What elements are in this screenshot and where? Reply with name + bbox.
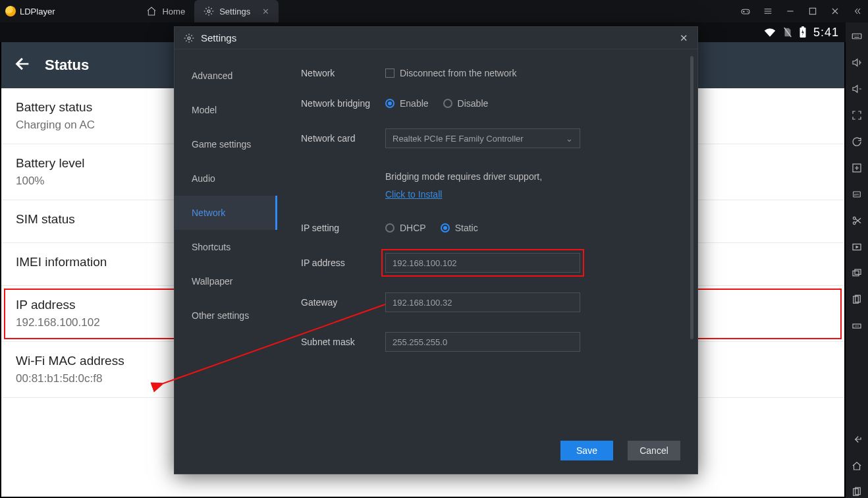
- radio-icon: [443, 99, 452, 108]
- apk-icon[interactable]: APK: [851, 188, 863, 200]
- checkbox-icon: [385, 69, 394, 78]
- tab-label: Settings: [219, 7, 250, 16]
- svg-point-22: [855, 325, 856, 327]
- record-icon[interactable]: [851, 241, 863, 253]
- svg-rect-18: [855, 269, 861, 275]
- svg-rect-4: [809, 8, 815, 14]
- sidebar-item-audio[interactable]: Audio: [175, 161, 277, 196]
- dialog-footer: Save Cancel: [175, 428, 697, 474]
- status-clock: 5:41: [813, 26, 839, 40]
- checkbox-label: Disconnect from the network: [400, 68, 516, 78]
- svg-point-2: [747, 11, 747, 11]
- more-icon[interactable]: [851, 320, 863, 332]
- label-ip-address: IP address: [301, 258, 385, 268]
- scissors-icon[interactable]: [851, 215, 863, 227]
- dialog-close-icon[interactable]: ✕: [680, 32, 688, 44]
- battery-charging-icon: [799, 26, 807, 38]
- chevron-double-left-icon[interactable]: [852, 6, 863, 16]
- volume-down-icon[interactable]: [851, 83, 863, 95]
- radio-ip-static[interactable]: Static: [441, 223, 478, 233]
- svg-point-3: [747, 12, 748, 13]
- select-network-card[interactable]: Realtek PCIe FE Family Controller ⌄: [385, 128, 580, 148]
- label-network-card: Network card: [301, 133, 385, 144]
- sidebar-item-wallpaper[interactable]: Wallpaper: [175, 264, 277, 298]
- tab-close-icon[interactable]: ✕: [262, 7, 269, 16]
- svg-text:APK: APK: [854, 193, 859, 196]
- no-sim-icon: [783, 27, 792, 38]
- save-button[interactable]: Save: [560, 441, 613, 460]
- volume-up-icon[interactable]: [851, 57, 863, 69]
- input-subnet[interactable]: [385, 332, 580, 352]
- sidebar-item-advanced[interactable]: Advanced: [175, 59, 277, 93]
- label-network: Network: [301, 68, 385, 78]
- wifi-icon: [763, 27, 776, 38]
- label-ip-setting: IP setting: [301, 223, 385, 233]
- keyboard-icon[interactable]: [851, 30, 863, 42]
- settings-sidebar: Advanced Model Game settings Audio Netwo…: [175, 49, 277, 428]
- label-bridging: Network bridging: [301, 98, 385, 109]
- dialog-header: Settings ✕: [175, 27, 697, 49]
- gear-icon: [203, 6, 214, 16]
- svg-point-24: [858, 325, 859, 327]
- cancel-button[interactable]: Cancel: [628, 441, 680, 460]
- gear-icon: [184, 33, 194, 43]
- fullscreen-icon[interactable]: [851, 109, 863, 121]
- emulator-toolbar: APK: [846, 22, 868, 498]
- install-driver-link[interactable]: Click to Install: [385, 189, 442, 200]
- bridging-note: Bridging mode requires driver support, C…: [385, 168, 542, 203]
- sidebar-item-network[interactable]: Network: [175, 196, 277, 230]
- select-value: Realtek PCIe FE Family Controller: [393, 134, 524, 144]
- input-gateway[interactable]: [385, 292, 580, 312]
- dialog-title: Settings: [201, 32, 236, 43]
- title-bar: LDPlayer Home Settings ✕: [0, 0, 868, 22]
- tab-label: Home: [162, 7, 185, 16]
- chevron-down-icon: ⌄: [566, 134, 573, 144]
- svg-rect-1: [742, 9, 749, 14]
- sidebar-item-shortcuts[interactable]: Shortcuts: [175, 230, 277, 264]
- svg-rect-6: [801, 26, 804, 28]
- radio-icon: [441, 223, 450, 233]
- svg-point-0: [207, 10, 210, 13]
- sidebar-item-model[interactable]: Model: [175, 93, 277, 127]
- settings-dialog: Settings ✕ Advanced Model Game settings …: [174, 26, 698, 474]
- radio-bridging-enable[interactable]: Enable: [385, 98, 429, 109]
- back-arrow-icon[interactable]: [13, 55, 32, 76]
- checkbox-disconnect[interactable]: Disconnect from the network: [385, 68, 516, 78]
- home-icon: [146, 6, 157, 16]
- android-home-icon[interactable]: [851, 460, 863, 472]
- radio-icon: [385, 223, 394, 233]
- page-title: Status: [45, 57, 89, 74]
- radio-icon: [385, 99, 394, 108]
- input-ip-address[interactable]: [385, 253, 580, 273]
- close-icon[interactable]: [830, 6, 840, 16]
- sidebar-item-game-settings[interactable]: Game settings: [175, 127, 277, 161]
- radio-bridging-disable[interactable]: Disable: [443, 98, 489, 109]
- window-controls: [740, 6, 863, 16]
- settings-panel-network: Network Disconnect from the network Netw…: [277, 49, 697, 428]
- app-logo-icon: [5, 6, 16, 16]
- label-gateway: Gateway: [301, 297, 385, 308]
- sidebar-item-other[interactable]: Other settings: [175, 298, 277, 333]
- minimize-icon[interactable]: [785, 6, 796, 16]
- svg-rect-17: [853, 271, 859, 276]
- tab-settings[interactable]: Settings ✕: [194, 0, 279, 22]
- svg-point-9: [188, 37, 190, 40]
- gamepad-icon[interactable]: [740, 6, 751, 16]
- android-back-icon[interactable]: [851, 433, 863, 445]
- radio-ip-dhcp[interactable]: DHCP: [385, 223, 426, 233]
- label-subnet: Subnet mask: [301, 337, 385, 347]
- maximize-icon[interactable]: [807, 6, 818, 16]
- app-name: LDPlayer: [20, 7, 55, 16]
- multi-instance-icon[interactable]: [851, 267, 863, 279]
- android-recent-icon[interactable]: [851, 486, 863, 498]
- copy-icon[interactable]: [851, 294, 863, 306]
- menu-icon[interactable]: [763, 6, 773, 16]
- install-apk-icon[interactable]: [851, 162, 863, 174]
- svg-rect-10: [852, 34, 861, 39]
- tab-home[interactable]: Home: [137, 0, 194, 22]
- sync-icon[interactable]: [851, 136, 863, 148]
- svg-point-23: [856, 325, 857, 327]
